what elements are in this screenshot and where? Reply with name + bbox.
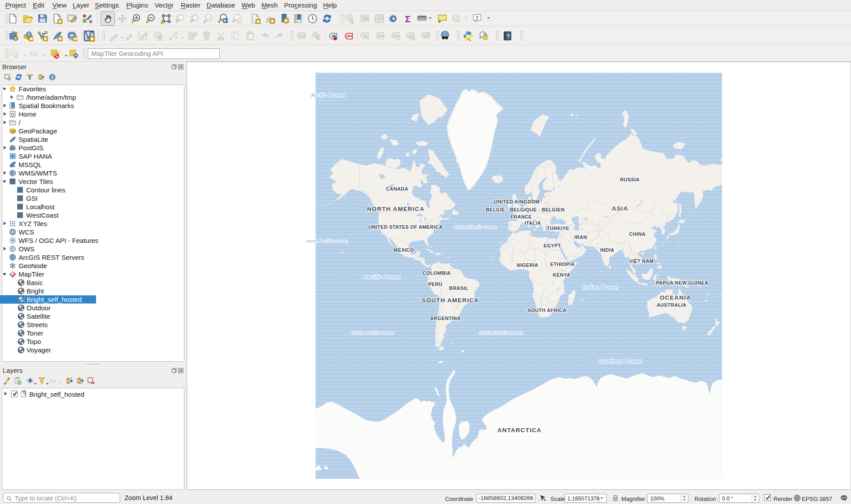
svg-text:MÉXICO: MÉXICO — [394, 247, 414, 253]
svg-text:OCEANIA: OCEANIA — [660, 294, 691, 301]
svg-text:RUSSIA: RUSSIA — [620, 177, 640, 182]
svg-text:TÜRKIYE: TÜRKIYE — [547, 226, 569, 231]
svg-text:✱: ✱ — [158, 35, 162, 40]
svg-text:abc: abc — [346, 34, 353, 38]
svg-text:Indian Ocean: Indian Ocean — [583, 284, 618, 290]
svg-text:COLOMBIA: COLOMBIA — [422, 270, 450, 276]
svg-text:EGYPT: EGYPT — [543, 243, 561, 248]
svg-text:North Pacific Ocean: North Pacific Ocean — [306, 238, 348, 243]
svg-text:BRASIL: BRASIL — [449, 285, 468, 291]
svg-text:South Pacific Ocean: South Pacific Ocean — [351, 330, 394, 335]
svg-text:CHINA: CHINA — [629, 231, 646, 237]
svg-text:INDIA: INDIA — [600, 247, 614, 253]
svg-text:ITALIA: ITALIA — [524, 220, 541, 226]
svg-text:SOUTH AMERICA: SOUTH AMERICA — [422, 297, 479, 304]
svg-text:V: V — [12, 238, 14, 242]
svg-text:Southern Ocean: Southern Ocean — [599, 358, 642, 364]
svg-text:KENYA: KENYA — [553, 272, 570, 277]
svg-text:CANADA: CANADA — [386, 186, 408, 191]
svg-text:BELGIË - BELGIQUE - BELGIEN: BELGIË - BELGIQUE - BELGIEN — [486, 207, 565, 212]
svg-text:ETHIOPIA: ETHIOPIA — [550, 262, 574, 267]
svg-text:ε: ε — [50, 377, 52, 383]
svg-text:FRANCE: FRANCE — [511, 214, 532, 219]
svg-text:NIGERIA: NIGERIA — [517, 262, 539, 268]
svg-text:SOUTH AFRICA: SOUTH AFRICA — [527, 308, 566, 313]
svg-text:Pacific Ocean: Pacific Ocean — [363, 274, 401, 280]
svg-text:?: ? — [507, 33, 510, 39]
svg-text:abc: abc — [299, 33, 305, 37]
svg-text:UNITED STATES OF AMERICA: UNITED STATES OF AMERICA — [368, 224, 443, 230]
svg-text:abc: abc — [408, 33, 414, 37]
svg-text:AUSTRALIA: AUSTRALIA — [656, 302, 686, 308]
svg-text:Σ: Σ — [405, 13, 411, 23]
svg-text:VIỆT NAM: VIỆT NAM — [629, 258, 654, 264]
svg-text:ANTARCTICA: ANTARCTICA — [497, 427, 542, 434]
svg-text:IRAN: IRAN — [574, 234, 587, 240]
svg-text:T: T — [476, 15, 479, 20]
svg-text:/x: /x — [175, 35, 178, 39]
svg-text:South Atlantic Ocean: South Atlantic Ocean — [480, 330, 523, 335]
svg-text:NORTH AMERICA: NORTH AMERICA — [367, 206, 425, 212]
svg-text:North Atlantic Ocean: North Atlantic Ocean — [454, 224, 497, 229]
svg-text:PERÚ: PERÚ — [428, 281, 442, 287]
svg-text:ASIA: ASIA — [612, 205, 628, 212]
svg-text:PAPUA NEW GUINEA: PAPUA NEW GUINEA — [656, 280, 708, 285]
svg-text:Arctic Ocean: Arctic Ocean — [310, 92, 345, 98]
svg-text:i: i — [52, 75, 53, 80]
svg-text:ARGENTINA: ARGENTINA — [430, 316, 461, 321]
svg-text:1:1: 1:1 — [207, 16, 211, 20]
svg-text:ε: ε — [30, 49, 33, 57]
svg-text:UNITED KINGDOM: UNITED KINGDOM — [494, 199, 540, 204]
svg-text:a: a — [89, 18, 92, 24]
